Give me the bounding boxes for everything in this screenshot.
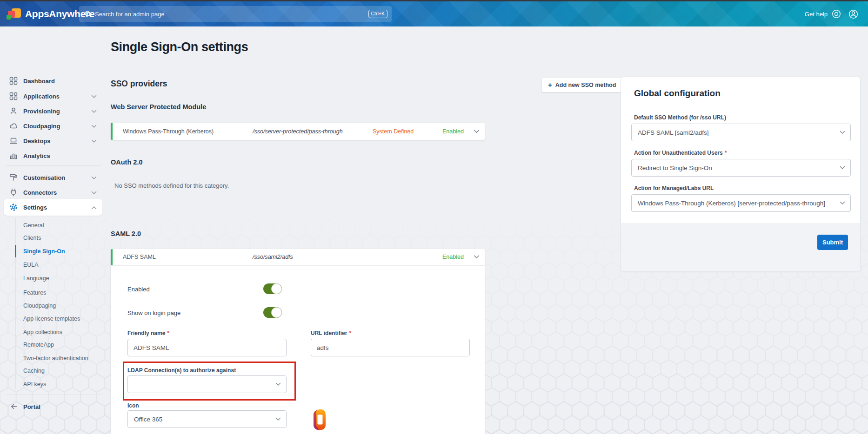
enabled-toggle[interactable] [263,283,282,294]
url-identifier-input[interactable] [311,339,470,356]
system-defined-badge: System Defined [373,128,414,135]
managed-labs-url-select[interactable]: Windows Pass-Through (Kerberos) [server-… [631,194,851,212]
sso-providers-heading: SSO providers [111,79,167,89]
keyboard-shortcut-badge: Ctrl+K [368,10,387,18]
icon-label: Icon [127,402,139,409]
get-help-label: Get help [805,11,828,18]
help-icon [831,9,841,19]
default-sso-method-select[interactable]: ADFS SAML [saml2/adfs] [631,124,851,141]
ldap-connections-label: LDAP Connection(s) to authorize against [127,367,236,374]
status-enabled: Enabled [442,254,464,260]
account-icon[interactable] [848,9,859,20]
show-on-login-toggle[interactable] [263,307,282,318]
unauthenticated-users-label: Action for Unauthenticated Users* [634,150,727,156]
wspm-heading: Web Server Protected Module [111,103,206,111]
window-top-strip [0,0,868,1]
chevron-down-icon [275,382,281,386]
icon-select[interactable]: Office 365 [127,410,287,428]
adfs-saml-row-header[interactable]: ADFS SAML /sso/saml2/adfs Enabled [111,249,485,266]
select-value: Redirect to Single Sign-On [638,164,712,171]
submit-button[interactable]: Submit [817,235,848,250]
friendly-name-label: Friendly name* [127,330,169,336]
main-content: Single Sign-On settings SSO providers + … [0,0,868,434]
sso-row-adfs-saml-expanded: ADFS SAML /sso/saml2/adfs Enabled Enable… [111,249,485,434]
admin-search: Ctrl+K [79,6,392,22]
required-marker: * [725,150,727,156]
enabled-edge-indicator [111,249,113,265]
ldap-connections-select[interactable] [127,375,287,393]
saml-heading: SAML 2.0 [111,230,141,237]
search-input[interactable] [79,6,392,22]
sso-row-windows-pass-through[interactable]: Windows Pass-Through (Kerberos) /sso/ser… [111,123,485,140]
enabled-toggle-label: Enabled [127,286,150,293]
sso-method-path: /sso/saml2/adfs [253,254,293,260]
oauth-heading: OAuth 2.0 [111,158,142,166]
get-help-link[interactable]: Get help [805,9,841,19]
select-value: Windows Pass-Through (Kerberos) [server-… [638,200,825,207]
sso-method-name: Windows Pass-Through (Kerberos) [123,128,214,135]
global-configuration-card: Global configuration Default SSO Method … [621,77,861,272]
enabled-edge-indicator [111,123,113,140]
chevron-down-icon [275,417,281,421]
appsanywhere-logo-icon [7,7,21,21]
select-value: Office 365 [134,416,162,423]
top-navigation-bar: AppsAnywhere Ctrl+K Get help [0,1,868,26]
url-identifier-label: URL identifier* [311,330,351,336]
global-configuration-title: Global configuration [634,88,721,99]
add-new-sso-method-button[interactable]: + Add new SSO method [541,77,622,92]
required-marker: * [167,330,169,336]
sso-method-path: /sso/server-protected/pass-through [253,128,343,135]
plus-icon: + [548,81,552,88]
required-marker: * [349,330,351,336]
status-enabled: Enabled [442,128,464,135]
office-365-logo [312,409,327,430]
chevron-down-icon [474,129,480,133]
friendly-name-input[interactable] [127,339,287,356]
global-configuration-footer: Submit [621,224,860,271]
managed-labs-url-label: Action for Managed/Labs URL [634,185,714,191]
oauth-empty-message: No SSO methods defined for this category… [114,182,229,189]
default-sso-method-label: Default SSO Method (for /sso URL) [634,114,726,121]
chevron-down-icon [840,166,845,170]
chevron-down-icon [840,131,845,134]
show-on-login-toggle-label: Show on login page [127,309,180,316]
app-window: AppsAnywhere Ctrl+K Get help [0,0,868,434]
chevron-down-icon [840,201,845,205]
add-button-label: Add new SSO method [555,82,616,88]
chevron-down-icon [474,255,480,259]
sso-method-name: ADFS SAML [123,254,156,260]
select-value: ADFS SAML [saml2/adfs] [638,129,709,136]
page-title: Single Sign-On settings [111,40,248,54]
unauthenticated-users-select[interactable]: Redirect to Single Sign-On [631,159,851,177]
